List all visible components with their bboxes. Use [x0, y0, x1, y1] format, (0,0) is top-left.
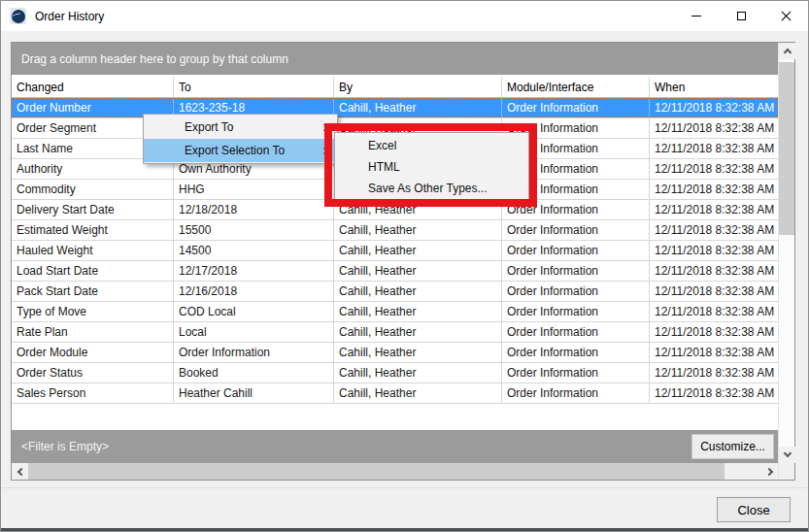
customize-button[interactable]: Customize... [691, 434, 774, 459]
grid-cell[interactable]: 12/11/2018 8:32:38 AM [650, 322, 778, 342]
grid-cell[interactable]: Cahill, Heather [334, 363, 502, 382]
grid-cell[interactable]: Order Information [502, 343, 650, 362]
grid-row[interactable]: Pack Start Date12/16/2018Cahill, Heather… [12, 282, 778, 302]
vertical-scroll-track[interactable] [779, 59, 794, 447]
grid-cell[interactable]: Order Status [12, 363, 174, 382]
grid-cell[interactable]: Order Information [502, 261, 650, 281]
column-header[interactable]: By [334, 77, 502, 97]
vertical-scroll-thumb[interactable] [779, 62, 794, 235]
menu-item[interactable]: Export Selection To [144, 139, 337, 162]
grid-cell[interactable]: 12/11/2018 8:32:38 AM [650, 118, 778, 138]
close-button[interactable]: Close [717, 497, 791, 522]
scroll-up-button[interactable] [779, 43, 795, 59]
grid-cell[interactable]: Booked [174, 363, 334, 382]
grid-cell[interactable]: 12/11/2018 8:32:38 AM [650, 241, 778, 260]
grid-cell[interactable]: 12/11/2018 8:32:38 AM [650, 220, 778, 240]
grid-cell[interactable]: 12/11/2018 8:32:38 AM [650, 343, 778, 362]
grid-cell[interactable]: Order Information [502, 98, 650, 117]
grid-row[interactable]: Delivery Start Date12/18/2018Cahill, Hea… [12, 200, 778, 220]
grid-cell[interactable]: Hauled Weight [12, 241, 174, 260]
horizontal-scroll-track[interactable] [28, 463, 761, 480]
grid-row[interactable]: Order ModuleOrder InformationCahill, Hea… [12, 343, 778, 363]
grid-cell[interactable]: Cahill, Heather [334, 383, 502, 403]
grid-cell[interactable]: Order Information [502, 363, 650, 382]
grid-cell[interactable]: 14500 [174, 241, 334, 260]
grid-cell[interactable]: Sales Person [12, 383, 174, 403]
submenu-item[interactable]: Excel [335, 135, 528, 156]
column-header[interactable]: When [650, 77, 778, 97]
chevron-up-icon [783, 49, 791, 56]
grid-cell[interactable]: Order Information [502, 383, 650, 403]
grid-cell[interactable]: 15500 [174, 220, 334, 240]
grid-cell[interactable]: Estimated Weight [12, 220, 174, 240]
grid-cell[interactable]: Local [174, 322, 334, 342]
scrollbar-corner [779, 463, 794, 480]
grid-cell[interactable]: Cahill, Heather [334, 302, 502, 321]
column-header[interactable]: Changed [12, 77, 174, 97]
grid-cell[interactable]: Rate Plan [12, 322, 174, 342]
grid-cell[interactable]: Cahill, Heather [334, 343, 502, 362]
grid-cell[interactable]: Cahill, Heather [334, 261, 502, 281]
grid-cell[interactable]: 12/11/2018 8:32:38 AM [650, 261, 778, 281]
grid-cell[interactable]: COD Local [174, 302, 334, 321]
close-window-button[interactable] [763, 1, 808, 31]
scroll-right-button[interactable] [761, 463, 778, 480]
maximize-button[interactable] [719, 1, 763, 31]
grid-cell[interactable]: 12/11/2018 8:32:38 AM [650, 363, 778, 382]
grid-cell[interactable]: 12/11/2018 8:32:38 AM [650, 200, 778, 219]
grid-row[interactable]: Estimated Weight15500Cahill, HeatherOrde… [12, 220, 778, 241]
grid-cell[interactable]: 12/11/2018 8:32:38 AM [650, 302, 778, 321]
group-by-panel[interactable]: Drag a column header here to group by th… [12, 43, 778, 75]
submenu-item[interactable]: HTML [335, 156, 528, 178]
grid-row-selected[interactable]: Order Number1623-235-18Cahill, HeatherOr… [12, 98, 778, 118]
grid-cell[interactable]: Cahill, Heather [334, 200, 502, 219]
grid-cell[interactable]: Order Information [502, 302, 650, 321]
grid-cell[interactable]: Order Module [12, 343, 174, 362]
grid-cell[interactable]: Order Information [502, 282, 650, 301]
grid-cell[interactable]: Order Information [502, 200, 650, 219]
grid-row[interactable]: Hauled Weight14500Cahill, HeatherOrder I… [12, 241, 778, 261]
chevron-down-icon [783, 449, 791, 457]
grid-cell[interactable]: Cahill, Heather [334, 98, 502, 117]
grid-cell[interactable]: 12/16/2018 [174, 282, 334, 301]
grid-cell[interactable]: Heather Cahill [174, 383, 334, 403]
grid-cell[interactable]: Order Information [502, 322, 650, 342]
grid-cell[interactable]: 12/17/2018 [174, 261, 334, 281]
grid-cell[interactable]: Delivery Start Date [12, 200, 174, 219]
grid-cell[interactable]: 12/11/2018 8:32:38 AM [650, 180, 778, 199]
chevron-left-icon [17, 467, 24, 475]
minimize-button[interactable] [674, 1, 719, 31]
grid-row[interactable]: Sales PersonHeather CahillCahill, Heathe… [12, 383, 778, 404]
grid-cell[interactable]: 12/18/2018 [174, 200, 334, 219]
grid-row[interactable]: Order StatusBookedCahill, HeatherOrder I… [12, 363, 778, 383]
grid-cell[interactable]: 12/11/2018 8:32:38 AM [650, 282, 778, 301]
grid-cell[interactable]: Order Information [502, 220, 650, 240]
grid-cell[interactable]: Load Start Date [12, 261, 174, 281]
column-header[interactable]: Module/Interface [502, 77, 650, 97]
grid-cell[interactable]: Cahill, Heather [334, 282, 502, 301]
grid-cell[interactable]: 12/11/2018 8:32:38 AM [650, 159, 778, 179]
grid-row[interactable]: Load Start Date12/17/2018Cahill, Heather… [12, 261, 778, 282]
grid-cell[interactable]: Commodity [12, 180, 174, 199]
grid-row[interactable]: Type of MoveCOD LocalCahill, HeatherOrde… [12, 302, 778, 322]
horizontal-scroll-thumb[interactable] [28, 463, 725, 480]
grid-cell[interactable]: Cahill, Heather [334, 322, 502, 342]
grid-cell[interactable]: 12/11/2018 8:32:38 AM [650, 139, 778, 158]
column-header[interactable]: To [174, 77, 334, 97]
scroll-down-button[interactable] [779, 447, 795, 463]
submenu-item[interactable]: Save As Other Types... [335, 178, 528, 199]
horizontal-scrollbar[interactable] [12, 463, 778, 480]
grid-cell[interactable]: 12/11/2018 8:32:38 AM [650, 383, 778, 403]
grid-cell[interactable]: Pack Start Date [12, 282, 174, 301]
grid-cell[interactable]: Order Information [174, 343, 334, 362]
vertical-scrollbar[interactable] [778, 43, 794, 480]
menu-item[interactable]: Export To [144, 116, 337, 139]
grid-cell[interactable]: HHG [174, 180, 334, 199]
grid-cell[interactable]: Type of Move [12, 302, 174, 321]
grid-cell[interactable]: Order Information [502, 241, 650, 260]
grid-row[interactable]: Rate PlanLocalCahill, HeatherOrder Infor… [12, 322, 778, 343]
grid-cell[interactable]: Cahill, Heather [334, 220, 502, 240]
grid-cell[interactable]: Cahill, Heather [334, 241, 502, 260]
grid-cell[interactable]: 12/11/2018 8:32:38 AM [650, 98, 778, 117]
scroll-left-button[interactable] [12, 463, 28, 480]
